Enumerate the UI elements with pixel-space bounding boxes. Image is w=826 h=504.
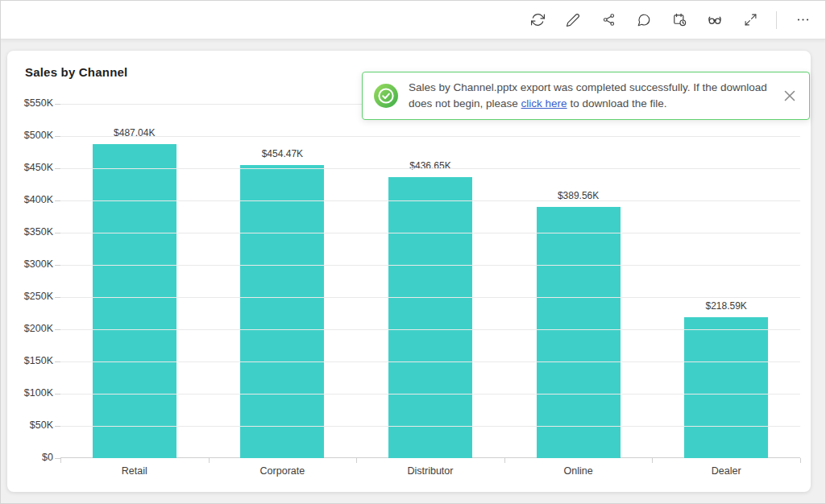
plot-area: $487.04K$454.47K$436.65K$389.56K$218.59K (60, 104, 800, 458)
y-axis-tick-label: $50K (30, 419, 53, 431)
y-tick (55, 426, 60, 427)
y-tick (55, 394, 60, 395)
x-axis-category-label: Retail (60, 465, 209, 477)
gridline (60, 426, 800, 427)
close-notification-button[interactable] (782, 88, 798, 104)
edit-button[interactable] (563, 10, 583, 30)
category-cell: $389.56K (504, 104, 653, 458)
y-axis-tick-label: $400K (24, 194, 53, 205)
x-tick (800, 458, 801, 463)
y-tick (55, 104, 60, 105)
chart-card: Sales by Channel $0$50K$100K$150K$200K$2… (7, 51, 811, 492)
category-cell: $487.04K (60, 104, 209, 458)
x-tick (60, 458, 61, 463)
y-axis-tick-label: $500K (24, 130, 53, 141)
y-tick (55, 265, 60, 266)
category-cell: $454.47K (209, 104, 357, 458)
y-tick (55, 329, 60, 330)
x-axis-category-label: Distributor (356, 465, 504, 477)
bar-value-label: $218.59K (652, 300, 800, 312)
y-axis-tick-label: $350K (24, 226, 53, 238)
bar-distributor[interactable] (388, 177, 472, 458)
bar-value-label: $436.65K (356, 160, 504, 171)
notification-text-after: to download the file. (567, 97, 667, 109)
more-ellipsis-icon (795, 12, 811, 27)
y-tick (55, 136, 60, 137)
schedule-button[interactable] (670, 10, 689, 30)
gridline (60, 233, 800, 233)
x-tick (356, 458, 357, 463)
expand-button[interactable] (741, 10, 760, 30)
x-tick (209, 458, 210, 463)
y-axis-tick-label: $300K (24, 258, 53, 270)
bar-online[interactable] (537, 207, 621, 458)
bar-value-label: $487.04K (60, 127, 209, 138)
bar-retail[interactable] (93, 144, 176, 458)
y-tick (55, 233, 60, 233)
comment-button[interactable] (634, 10, 654, 30)
more-options-button[interactable] (793, 10, 812, 30)
toolbar (1, 1, 825, 39)
success-check-icon (374, 84, 398, 108)
app-screen: Sales by Channel $0$50K$100K$150K$200K$2… (0, 0, 826, 504)
x-axis-category-label: Online (504, 465, 653, 477)
x-axis-category-label: Corporate (209, 465, 357, 477)
refresh-icon (530, 12, 546, 27)
toolbar-divider (776, 11, 777, 29)
y-axis-tick-label: $550K (24, 97, 53, 109)
bars-row: $487.04K$454.47K$436.65K$389.56K$218.59K (60, 104, 800, 458)
bar-value-label: $454.47K (209, 148, 357, 159)
gridline (60, 168, 800, 169)
expand-icon (744, 13, 758, 27)
bar-corporate[interactable] (240, 165, 324, 458)
preview-glasses-icon (707, 12, 723, 28)
y-tick (55, 458, 60, 459)
comment-icon (637, 13, 651, 27)
edit-icon (566, 13, 580, 27)
y-tick (55, 361, 60, 362)
y-tick (55, 168, 60, 169)
category-cell: $218.59K (652, 104, 800, 458)
gridline (60, 265, 800, 266)
x-tick (652, 458, 653, 463)
x-tick (504, 458, 505, 463)
share-icon (602, 13, 616, 27)
refresh-button[interactable] (528, 10, 547, 30)
y-tick (55, 297, 60, 298)
y-tick (55, 200, 60, 201)
gridline (60, 297, 800, 298)
y-axis-tick-label: $450K (24, 162, 53, 173)
y-axis-tick-label: $0 (42, 452, 53, 463)
y-axis-tick-label: $250K (24, 291, 53, 302)
y-axis-tick-label: $100K (24, 387, 53, 399)
notification-message: Sales by Channel.pptx export was complet… (409, 80, 767, 112)
x-axis-category-label: Dealer (652, 465, 800, 477)
y-axis-tick-label: $150K (24, 355, 53, 366)
y-axis-labels: $0$50K$100K$150K$200K$250K$300K$350K$400… (7, 51, 53, 492)
gridline (60, 361, 800, 362)
bar-dealer[interactable] (684, 317, 768, 458)
preview-button[interactable] (705, 10, 724, 30)
gridline (60, 200, 800, 201)
share-button[interactable] (599, 10, 618, 30)
gridline (60, 394, 800, 395)
notification-banner: Sales by Channel.pptx export was complet… (362, 72, 810, 120)
download-link[interactable]: click here (521, 97, 567, 109)
category-cell: $436.65K (356, 104, 504, 458)
gridline (60, 329, 800, 330)
x-axis-labels: RetailCorporateDistributorOnlineDealer (60, 465, 800, 477)
close-icon (783, 89, 796, 102)
schedule-calendar-clock-icon (672, 12, 687, 27)
y-axis-tick-label: $200K (24, 323, 53, 334)
gridline (60, 136, 800, 137)
